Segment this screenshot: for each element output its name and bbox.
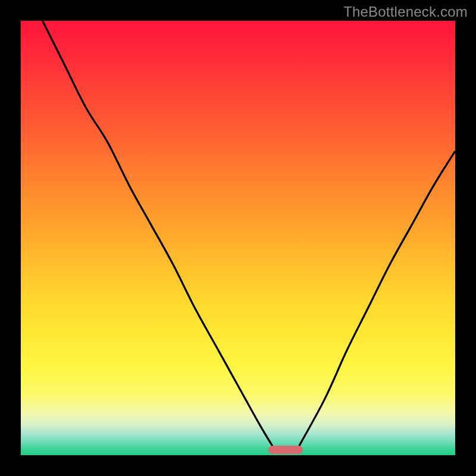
bottleneck-marker [268,446,303,454]
plot-area [21,21,455,455]
watermark-text: TheBottleneck.com [343,4,468,20]
chart-container: TheBottleneck.com [0,0,476,476]
left-curve [43,21,273,446]
curve-svg [21,21,455,455]
right-curve [299,151,455,446]
